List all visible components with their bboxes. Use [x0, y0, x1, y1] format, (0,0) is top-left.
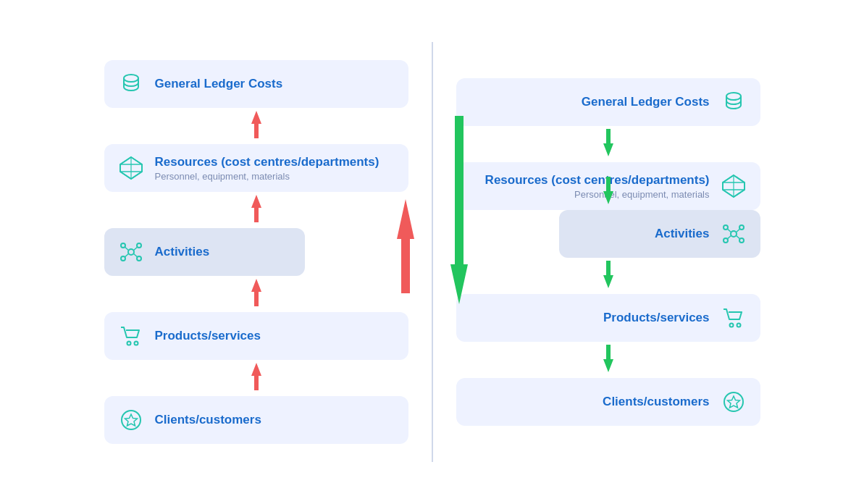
svg-point-13	[137, 243, 141, 248]
svg-marker-37	[450, 116, 468, 304]
svg-point-40	[724, 225, 728, 230]
svg-point-0	[124, 75, 138, 82]
arrow-up-3-right	[597, 261, 619, 291]
svg-line-32	[723, 175, 734, 182]
svg-point-15	[137, 256, 141, 261]
big-side-arrow-left	[388, 199, 423, 296]
svg-point-41	[739, 225, 744, 230]
svg-marker-53	[727, 396, 739, 408]
svg-line-5	[120, 157, 131, 164]
clients-left-label: Clients/customers	[155, 413, 261, 427]
arrow-down-4-left	[246, 363, 267, 393]
card-activities-right: Activities	[559, 210, 760, 258]
gem-icon-right	[720, 172, 747, 200]
svg-marker-1	[251, 111, 261, 138]
card-clients-right: Clients/customers	[456, 378, 760, 426]
svg-line-8	[131, 172, 142, 179]
products-right-label: Products/services	[603, 311, 709, 325]
gl-costs-left-label: General Ledger Costs	[155, 77, 283, 91]
svg-point-27	[726, 93, 741, 100]
svg-marker-10	[251, 195, 261, 222]
svg-marker-48	[603, 261, 613, 288]
gl-costs-right-label: General Ledger Costs	[582, 95, 710, 109]
card-activities-left: Activities	[104, 228, 305, 276]
svg-point-22	[127, 342, 130, 345]
svg-line-44	[727, 229, 731, 232]
svg-point-42	[724, 238, 728, 243]
star-circle-icon-right	[720, 388, 747, 416]
svg-point-50	[737, 324, 740, 327]
card-clients-left: Clients/customers	[104, 396, 408, 444]
svg-marker-24	[251, 363, 261, 390]
card-gl-costs-left: General Ledger Costs	[104, 60, 408, 108]
svg-line-45	[736, 229, 739, 232]
svg-point-14	[121, 256, 125, 261]
svg-marker-20	[397, 199, 414, 293]
svg-point-11	[128, 249, 134, 255]
svg-line-34	[723, 190, 734, 197]
svg-line-46	[727, 236, 731, 239]
svg-marker-26	[125, 414, 137, 426]
star-circle-icon-left	[117, 406, 145, 434]
products-left-label: Products/services	[155, 329, 261, 343]
right-diagram: General Ledger Costs Resources (cost cen…	[456, 78, 760, 426]
svg-line-47	[736, 236, 739, 239]
activities-left-label: Activities	[155, 245, 210, 259]
svg-line-6	[131, 157, 142, 164]
arrow-up-4-right	[597, 345, 619, 375]
activities-right-label: Activities	[655, 227, 710, 241]
arrow-up-2-right	[597, 177, 619, 207]
svg-line-17	[133, 247, 137, 250]
resources-left-text: Resources (cost centres/departments) Per…	[155, 155, 379, 182]
svg-line-33	[734, 175, 745, 182]
nodes-icon-left	[117, 238, 145, 266]
svg-line-16	[125, 247, 128, 250]
svg-line-19	[133, 254, 137, 257]
card-products-left: Products/services	[104, 312, 408, 360]
gem-icon-left	[117, 154, 145, 182]
svg-line-18	[125, 254, 128, 257]
svg-marker-21	[251, 279, 261, 306]
main-container: General Ledger Costs	[0, 0, 864, 504]
resources-left-subtitle: Personnel, equipment, materials	[155, 171, 379, 182]
cart-icon-left	[117, 322, 145, 350]
arrow-up-1-right	[597, 129, 619, 159]
svg-marker-38	[603, 177, 613, 204]
activities-row-right: Activities	[456, 210, 760, 258]
svg-marker-51	[603, 345, 613, 372]
svg-point-39	[731, 231, 737, 237]
svg-line-35	[734, 190, 745, 197]
activities-row-left: Activities	[104, 228, 408, 276]
svg-marker-28	[603, 129, 613, 156]
card-products-right: Products/services	[456, 294, 760, 342]
svg-point-12	[121, 243, 125, 248]
coins-icon-right	[720, 88, 747, 116]
arrow-down-3-left	[246, 279, 267, 309]
svg-point-49	[729, 324, 733, 327]
coins-icon-left	[117, 70, 145, 98]
card-gl-costs-right: General Ledger Costs	[456, 78, 760, 126]
resources-left-label: Resources (cost centres/departments)	[155, 155, 379, 169]
clients-right-label: Clients/customers	[603, 395, 709, 409]
big-side-arrow-right	[442, 116, 477, 307]
svg-line-7	[120, 172, 131, 179]
vertical-divider	[432, 42, 433, 462]
svg-point-43	[739, 238, 744, 243]
nodes-icon-right	[720, 220, 747, 248]
arrow-down-2-left	[246, 195, 267, 225]
arrow-down-1-left	[246, 111, 267, 141]
cart-icon-right	[720, 304, 747, 332]
card-resources-left: Resources (cost centres/departments) Per…	[104, 144, 408, 192]
svg-point-23	[134, 342, 138, 345]
left-diagram: General Ledger Costs	[104, 60, 408, 444]
